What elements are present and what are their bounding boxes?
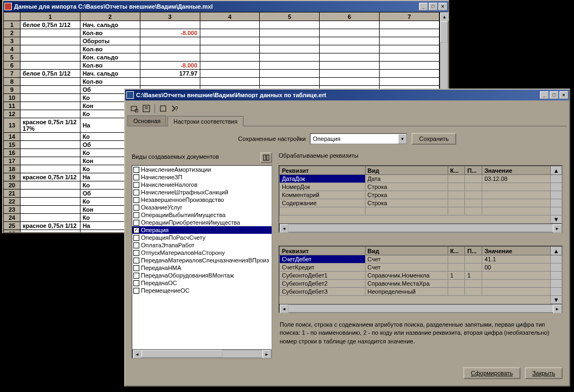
cell[interactable]: [380, 78, 440, 86]
close-button[interactable]: ×: [559, 91, 568, 99]
row-header[interactable]: 2: [4, 29, 21, 37]
maximize-button[interactable]: □: [429, 3, 437, 10]
row-header[interactable]: 6: [4, 62, 21, 70]
row-header[interactable]: 5: [4, 53, 21, 62]
cell[interactable]: [21, 29, 80, 37]
cell[interactable]: [200, 53, 260, 62]
row-header[interactable]: 22: [4, 198, 21, 206]
list-item[interactable]: Операция: [132, 226, 272, 234]
row-header[interactable]: 18: [4, 165, 21, 173]
checkbox[interactable]: [133, 182, 139, 188]
cell[interactable]: [320, 29, 380, 37]
cell[interactable]: [320, 70, 380, 78]
row-header[interactable]: 26: [4, 230, 21, 233]
cell[interactable]: [320, 62, 380, 70]
cell[interactable]: Обороты: [80, 37, 140, 45]
tool-icon-3[interactable]: [158, 104, 168, 113]
close-dialog-button[interactable]: Закрыть: [525, 367, 563, 379]
cell[interactable]: [21, 94, 80, 102]
checkbox[interactable]: [133, 227, 139, 233]
row-header[interactable]: 13: [4, 118, 21, 133]
cell[interactable]: -8.000: [140, 62, 200, 70]
toggle-columns-button[interactable]: [260, 152, 272, 163]
checkbox[interactable]: [133, 265, 139, 271]
scroll-thumb[interactable]: [440, 21, 448, 43]
cell[interactable]: [260, 21, 320, 29]
checkbox[interactable]: [133, 205, 139, 211]
scroll-up-button[interactable]: ▲: [550, 166, 562, 175]
row-header[interactable]: 19: [4, 173, 21, 181]
checkbox[interactable]: [133, 250, 139, 256]
scroll-up-button[interactable]: ▲: [550, 247, 562, 255]
cell[interactable]: [140, 37, 200, 45]
checkbox[interactable]: [133, 190, 139, 195]
table-row[interactable]: [280, 207, 562, 215]
row-header[interactable]: 15: [4, 141, 21, 149]
scroll-left-button[interactable]: ◄: [280, 224, 288, 233]
cell[interactable]: [21, 214, 80, 222]
row-header[interactable]: 23: [4, 206, 21, 214]
cell[interactable]: [21, 102, 80, 110]
list-item[interactable]: НачислениеШтрафныхСанкций: [132, 188, 272, 196]
tool-icon-1[interactable]: [130, 104, 139, 113]
table-row[interactable]: СодержаниеСтрока: [280, 199, 562, 207]
cell[interactable]: [200, 45, 260, 53]
row-header[interactable]: 24: [4, 214, 21, 222]
scroll-right-button[interactable]: ►: [553, 305, 562, 313]
scroll-right-button[interactable]: ►: [553, 224, 562, 233]
cell[interactable]: [21, 157, 80, 165]
cell[interactable]: [21, 165, 80, 173]
row-header[interactable]: 14: [4, 133, 21, 141]
checkbox[interactable]: [133, 258, 139, 263]
row-header[interactable]: 8: [4, 78, 21, 86]
cell[interactable]: [380, 62, 440, 70]
doc-types-list[interactable]: НачислениеАмортизацииНачислениеЗПНачисле…: [132, 165, 272, 359]
maximize-button[interactable]: □: [550, 91, 558, 99]
list-item[interactable]: НачислениеНалогов: [132, 181, 272, 188]
cell[interactable]: [140, 21, 200, 29]
list-item[interactable]: ПеремещениеОС: [132, 287, 272, 294]
cell[interactable]: [260, 62, 320, 70]
checkbox[interactable]: [133, 280, 139, 286]
checkbox[interactable]: [133, 174, 139, 180]
list-item[interactable]: ОтпускМатериаловНаСторону: [132, 249, 272, 256]
cell[interactable]: [380, 53, 440, 62]
cell[interactable]: [260, 29, 320, 37]
cell[interactable]: [140, 78, 200, 86]
cell[interactable]: [200, 21, 260, 29]
cell[interactable]: [140, 53, 200, 62]
cell[interactable]: [21, 53, 80, 62]
titlebar-1[interactable]: Данные для импорта C:\Bases\Отчеты внешн…: [3, 1, 448, 12]
table-row[interactable]: КомментарийСтрока: [280, 191, 562, 199]
checkbox[interactable]: [133, 167, 139, 173]
row-header[interactable]: 1: [4, 21, 21, 29]
cell[interactable]: [21, 149, 80, 157]
cell[interactable]: [320, 53, 380, 62]
cell[interactable]: [21, 206, 80, 214]
form-button[interactable]: Сформировать: [463, 367, 521, 379]
cell[interactable]: [260, 70, 320, 78]
row-header[interactable]: 3: [4, 37, 21, 45]
row-header[interactable]: 9: [4, 86, 21, 94]
cell[interactable]: [380, 21, 440, 29]
cell[interactable]: [21, 141, 80, 149]
row-header[interactable]: 20: [4, 181, 21, 190]
cell[interactable]: [21, 78, 80, 86]
cell[interactable]: [380, 37, 440, 45]
requisites-grid-2[interactable]: РеквизитВидК...П...Значение▲СчетДебетСче…: [279, 246, 563, 313]
close-button[interactable]: ×: [438, 3, 447, 10]
list-item[interactable]: ОказаниеУслуг: [132, 204, 272, 211]
tab-settings[interactable]: Настроки соответствия: [167, 116, 243, 126]
settings-combo[interactable]: ▼: [310, 133, 407, 144]
cell[interactable]: [320, 37, 380, 45]
tab-main[interactable]: Основная: [127, 116, 166, 126]
minimize-button[interactable]: _: [540, 91, 549, 99]
list-item[interactable]: ПередачаОС: [132, 279, 272, 287]
cell[interactable]: красное 0,75л 1/12: [21, 222, 80, 230]
list-item[interactable]: ОплатаЭтапаРабот: [132, 241, 272, 249]
cell[interactable]: [21, 62, 80, 70]
row-header[interactable]: 16: [4, 149, 21, 157]
cell[interactable]: Кол-во: [80, 62, 140, 70]
titlebar-2[interactable]: C:\Bases\Отчеты внешние\Вадим\Импорт дан…: [125, 90, 569, 100]
minimize-button[interactable]: _: [419, 3, 428, 10]
